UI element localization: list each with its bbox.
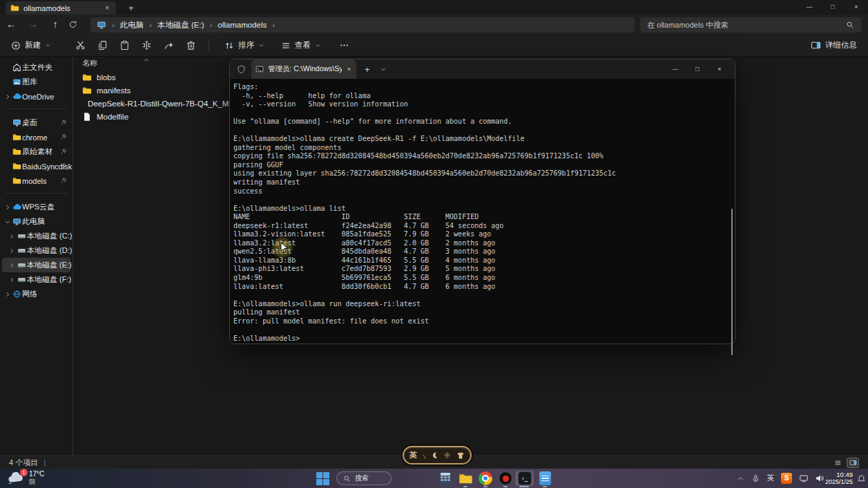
- tab-close-icon[interactable]: ×: [103, 4, 111, 12]
- sidebar-item-this-pc[interactable]: 此电脑: [2, 214, 70, 229]
- terminal-close-button[interactable]: ×: [708, 59, 731, 79]
- breadcrumb-item-ollamamodels[interactable]: ollamamodels: [218, 21, 267, 29]
- tray-microphone[interactable]: [747, 471, 764, 486]
- forward-button[interactable]: →: [25, 15, 41, 35]
- chevron-right-icon[interactable]: [8, 276, 15, 283]
- file-row-manifests[interactable]: manifests: [74, 84, 247, 97]
- terminal-new-tab-button[interactable]: +: [365, 64, 370, 75]
- start-button[interactable]: [314, 471, 331, 486]
- maximize-button[interactable]: □: [821, 0, 845, 15]
- tray-notifications[interactable]: [853, 471, 868, 486]
- search-icon: [846, 21, 854, 29]
- cut-button[interactable]: [69, 40, 91, 50]
- file-row-modelfile[interactable]: Modelfile: [74, 110, 247, 123]
- delete-button[interactable]: [180, 40, 202, 50]
- sidebar-item-chrome[interactable]: chrome: [2, 130, 70, 144]
- terminal-body[interactable]: Flags: -h, --help help for ollama -v, --…: [230, 79, 735, 344]
- tray-network[interactable]: [795, 471, 812, 486]
- view-button[interactable]: 查看: [281, 40, 321, 50]
- sidebar-item-label: 原始素材: [22, 147, 52, 157]
- sidebar-item-drive-f[interactable]: 本地磁盘 (F:): [2, 272, 70, 287]
- sidebar-item-desktop[interactable]: 桌面: [2, 115, 70, 130]
- ellipsis-icon: [339, 40, 349, 50]
- ime-punctuation-button[interactable]: ·,: [423, 451, 425, 459]
- chevron-right-icon[interactable]: [8, 247, 15, 254]
- toolbar-divider: [209, 39, 209, 52]
- sidebar-item-baidusyncdisk[interactable]: BaiduSyncdisk: [2, 159, 70, 173]
- chevron-right-icon[interactable]: [4, 93, 11, 100]
- explorer-toolbar: 新建 排序 查看 详细信息: [0, 35, 868, 57]
- chevron-right-icon[interactable]: [4, 204, 11, 211]
- chevron-right-icon[interactable]: [8, 233, 15, 240]
- sidebar-item-home[interactable]: 主文件夹: [2, 60, 70, 75]
- tray-ime-language[interactable]: 英: [762, 471, 779, 486]
- sidebar-item-label: 桌面: [22, 118, 37, 128]
- rename-button[interactable]: [135, 40, 157, 50]
- terminal-title-bar[interactable]: 管理员: C:\Windows\System32 × + — □ ×: [230, 59, 735, 79]
- terminal-tab[interactable]: 管理员: C:\Windows\System32 ×: [251, 59, 356, 79]
- gallery-icon: [12, 77, 21, 86]
- sidebar-item-drive-e[interactable]: 本地磁盘 (E:): [2, 258, 70, 272]
- explorer-tab[interactable]: ollamamodels ×: [6, 1, 116, 15]
- weather-widget[interactable]: 1 17°C 阴: [7, 470, 44, 485]
- sort-button[interactable]: 排序: [224, 40, 264, 50]
- sort-button-label: 排序: [238, 40, 254, 50]
- chevron-right-icon[interactable]: [8, 262, 15, 269]
- share-button[interactable]: [157, 40, 180, 50]
- details-pane-button[interactable]: 详细信息: [811, 40, 857, 50]
- file-row-blobs[interactable]: blobs: [74, 71, 247, 84]
- terminal-scrollbar[interactable]: [731, 209, 733, 355]
- taskbar-notepad[interactable]: [537, 471, 553, 486]
- terminal-tab-close-icon[interactable]: ×: [346, 66, 352, 73]
- more-options-button[interactable]: [339, 40, 349, 50]
- details-view-button[interactable]: [831, 458, 844, 468]
- command-prompt-icon: [255, 65, 264, 73]
- sidebar-item-gallery[interactable]: 图库: [2, 75, 70, 89]
- taskbar-file-explorer[interactable]: [457, 471, 474, 486]
- refresh-button[interactable]: [68, 20, 85, 30]
- terminal-maximize-button[interactable]: □: [686, 59, 708, 79]
- paste-button[interactable]: [113, 40, 135, 50]
- breadcrumb-item-this-pc[interactable]: 此电脑: [120, 20, 144, 30]
- new-tab-button[interactable]: +: [124, 1, 138, 15]
- minimize-button[interactable]: —: [798, 0, 821, 15]
- sidebar-item-models[interactable]: models: [2, 173, 70, 188]
- sidebar-item-drive-c[interactable]: 本地磁盘 (C:): [2, 229, 70, 243]
- moon-icon[interactable]: [431, 451, 438, 459]
- chevron-right-icon[interactable]: [4, 291, 11, 298]
- file-row-gguf[interactable]: DeepSeek-R1-Distill-Qwen-7B-Q4_K_M.gguf: [74, 97, 247, 110]
- taskbar-search[interactable]: 搜索: [336, 471, 392, 485]
- copy-button[interactable]: [91, 40, 113, 50]
- taskbar-calculator[interactable]: [437, 471, 454, 486]
- sidebar-item-drive-d[interactable]: 本地磁盘 (D:): [2, 243, 70, 258]
- tray-sogou[interactable]: S: [778, 471, 795, 486]
- terminal-tab-dropdown-button[interactable]: [380, 66, 387, 73]
- running-indicator: [463, 486, 467, 487]
- up-button[interactable]: ↑: [47, 15, 64, 35]
- chrome-icon: [479, 471, 492, 485]
- shirt-skin-icon[interactable]: [456, 451, 465, 460]
- close-button[interactable]: ×: [845, 0, 868, 15]
- tray-clock[interactable]: 10:49 2025/1/25: [817, 471, 853, 485]
- ime-language-button[interactable]: 英: [409, 450, 417, 460]
- sidebar-item-raw-material[interactable]: 原始素材: [2, 144, 70, 159]
- sidebar-item-network[interactable]: 网络: [2, 287, 70, 301]
- sidebar-item-label: WPS云盘: [22, 202, 55, 212]
- back-button[interactable]: ←: [3, 15, 19, 35]
- taskbar-terminal[interactable]: ›_: [515, 471, 534, 486]
- taskbar-chrome[interactable]: [477, 471, 494, 486]
- taskbar-recorder[interactable]: [497, 471, 514, 486]
- gear-icon[interactable]: [443, 451, 451, 459]
- new-button[interactable]: 新建: [11, 40, 51, 50]
- sidebar-item-onedrive[interactable]: OneDrive: [2, 89, 70, 104]
- column-header-name[interactable]: 名称: [82, 58, 150, 68]
- chevron-down-icon[interactable]: [4, 218, 11, 225]
- icons-view-button[interactable]: [847, 458, 859, 468]
- terminal-minimize-button[interactable]: —: [664, 59, 686, 79]
- tray-overflow-button[interactable]: [732, 471, 749, 486]
- sidebar-item-wps-cloud[interactable]: WPS云盘: [2, 200, 70, 214]
- search-input[interactable]: 在 ollamamodels 中搜索: [640, 17, 861, 32]
- address-bar[interactable]: › 此电脑 › 本地磁盘 (E:) › ollamamodels ›: [90, 17, 635, 32]
- file-explorer-icon: [459, 471, 473, 486]
- breadcrumb-item-drive-e[interactable]: 本地磁盘 (E:): [157, 20, 204, 30]
